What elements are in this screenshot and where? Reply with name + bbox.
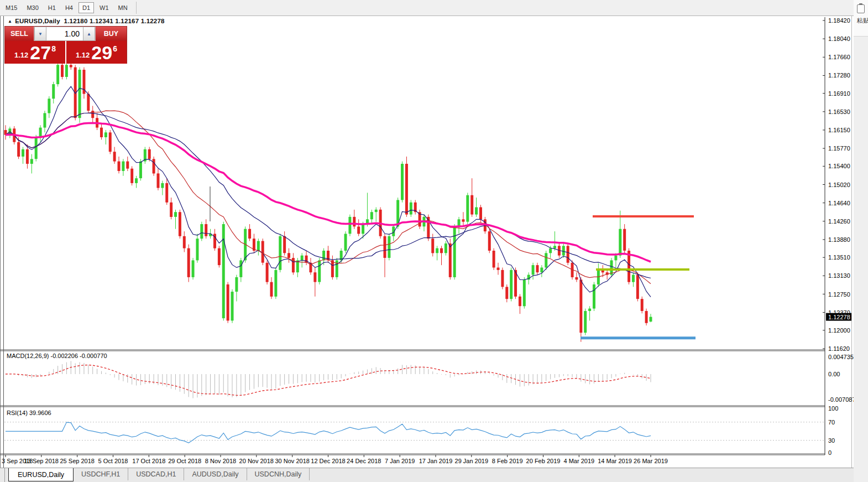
timeframe-w1[interactable]: W1: [96, 3, 113, 13]
tab-usdcad-h1[interactable]: USDCAD,H1: [128, 468, 184, 480]
tab-usdcnh-daily[interactable]: USDCNH,Daily: [247, 468, 310, 480]
svg-text:1.15400: 1.15400: [828, 163, 850, 169]
svg-text:8 Feb 2019: 8 Feb 2019: [492, 458, 523, 464]
volume-input[interactable]: 1.00: [46, 27, 83, 41]
clipboard-icon: [857, 4, 865, 13]
svg-text:1.13880: 1.13880: [828, 236, 850, 243]
svg-text:12 Dec 2018: 12 Dec 2018: [311, 458, 345, 464]
side-app-strip: 粘贴: [854, 0, 868, 482]
rsi-indicator-label: RSI(14) 39.9606: [7, 410, 51, 416]
svg-text:1.17660: 1.17660: [828, 54, 850, 60]
sell-price-button[interactable]: 1.12 27 8: [5, 41, 65, 64]
svg-text:0: 0: [828, 449, 832, 456]
sell-price-big: 27: [30, 43, 51, 63]
svg-text:0.004735: 0.004735: [828, 354, 854, 360]
svg-text:1.18040: 1.18040: [828, 35, 850, 42]
svg-text:29 Jan 2019: 29 Jan 2019: [455, 458, 489, 464]
buy-price-big: 29: [91, 43, 112, 63]
buy-price-pip: 6: [113, 44, 117, 53]
svg-text:1.14640: 1.14640: [828, 200, 850, 206]
svg-text:29 Oct 2018: 29 Oct 2018: [168, 458, 201, 464]
timeframe-toolbar: M15 M30 H1 H4 D1 W1 MN: [0, 0, 854, 16]
svg-text:70: 70: [828, 419, 835, 426]
chart-symbol-label: EURUSD,Daily: [15, 18, 60, 24]
tabs-scroll-gutter[interactable]: [0, 468, 5, 482]
svg-text:1.17280: 1.17280: [828, 72, 850, 79]
timeframe-m15[interactable]: M15: [2, 3, 21, 13]
sell-price-pip: 8: [51, 44, 56, 53]
one-click-trading-panel: SELL ▼ 1.00 ▲ BUY 1.12 27 8 1.12 29 6: [4, 26, 127, 64]
chart-header: ▲EURUSD,Daily 1.12180 1.12341 1.12167 1.…: [8, 18, 165, 24]
svg-text:5 Oct 2018: 5 Oct 2018: [98, 458, 128, 464]
symbol-collapse-icon[interactable]: ▲: [8, 19, 12, 24]
svg-text:1.13130: 1.13130: [828, 272, 850, 279]
sell-price-prefix: 1.12: [14, 51, 28, 59]
svg-text:1.11620: 1.11620: [828, 345, 850, 352]
timeframe-mn[interactable]: MN: [114, 3, 132, 13]
tab-audusd-daily[interactable]: AUDUSD,Daily: [184, 468, 247, 480]
toolbar-separator: [136, 2, 137, 14]
chart-canvas[interactable]: 1.184201.180401.176601.172801.169101.165…: [0, 16, 854, 468]
svg-text:1.15770: 1.15770: [828, 145, 850, 152]
buy-price-button[interactable]: 1.12 29 6: [66, 41, 127, 64]
svg-text:25 Sep 2018: 25 Sep 2018: [60, 458, 95, 464]
timeframe-h1[interactable]: H1: [44, 3, 60, 13]
svg-text:0.00: 0.00: [828, 371, 840, 377]
timeframe-m30[interactable]: M30: [23, 3, 42, 13]
svg-text:1.14260: 1.14260: [828, 218, 850, 225]
svg-text:100: 100: [828, 405, 838, 412]
paste-tool[interactable]: 粘贴: [854, 0, 868, 37]
buy-price-prefix: 1.12: [76, 51, 90, 59]
svg-text:4 Mar 2019: 4 Mar 2019: [563, 458, 594, 464]
volume-increase-button[interactable]: ▲: [83, 27, 95, 41]
svg-text:17 Jan 2019: 17 Jan 2019: [419, 458, 453, 464]
volume-decrease-button[interactable]: ▼: [34, 27, 46, 41]
price-chart[interactable]: 1.184201.180401.176601.172801.169101.165…: [0, 16, 854, 468]
macd-indicator-label: MACD(12,26,9) -0.002206 -0.000770: [7, 353, 107, 359]
buy-button[interactable]: BUY: [95, 27, 127, 41]
svg-text:17 Oct 2018: 17 Oct 2018: [132, 458, 165, 464]
svg-text:1.18420: 1.18420: [828, 17, 850, 24]
svg-text:1.16910: 1.16910: [828, 90, 850, 97]
svg-text:20 Feb 2019: 20 Feb 2019: [526, 458, 561, 464]
timeframe-h4[interactable]: H4: [61, 3, 77, 13]
svg-text:1.12000: 1.12000: [828, 327, 850, 334]
svg-text:1.12278: 1.12278: [828, 314, 850, 320]
svg-text:1.12750: 1.12750: [828, 291, 850, 298]
svg-text:-0.007087: -0.007087: [828, 396, 854, 403]
svg-text:8 Nov 2018: 8 Nov 2018: [205, 458, 236, 464]
svg-text:7 Jan 2019: 7 Jan 2019: [385, 458, 415, 464]
svg-text:30 Nov 2018: 30 Nov 2018: [275, 458, 310, 464]
svg-text:13 Sep 2018: 13 Sep 2018: [24, 458, 59, 464]
svg-text:1.16530: 1.16530: [828, 108, 850, 115]
tab-usdchf-h1[interactable]: USDCHF,H1: [74, 468, 128, 480]
tab-eurusd-daily[interactable]: EURUSD,Daily: [8, 468, 74, 481]
svg-text:14 Mar 2019: 14 Mar 2019: [598, 458, 632, 464]
paste-label: 粘贴: [857, 17, 868, 25]
chart-ohlc-values: 1.12180 1.12341 1.12167 1.12278: [64, 18, 165, 24]
svg-text:30: 30: [828, 437, 835, 444]
symbol-tabs-bar: EURUSD,Daily USDCHF,H1 USDCAD,H1 AUDUSD,…: [0, 468, 854, 482]
svg-text:1.15020: 1.15020: [828, 182, 850, 188]
svg-text:26 Mar 2019: 26 Mar 2019: [634, 458, 668, 464]
svg-text:24 Dec 2018: 24 Dec 2018: [347, 458, 381, 464]
svg-text:20 Nov 2018: 20 Nov 2018: [239, 458, 274, 464]
sell-button[interactable]: SELL: [5, 27, 34, 41]
svg-text:1.16150: 1.16150: [828, 127, 850, 133]
timeframe-d1[interactable]: D1: [79, 2, 94, 13]
svg-text:1.13510: 1.13510: [828, 254, 850, 261]
